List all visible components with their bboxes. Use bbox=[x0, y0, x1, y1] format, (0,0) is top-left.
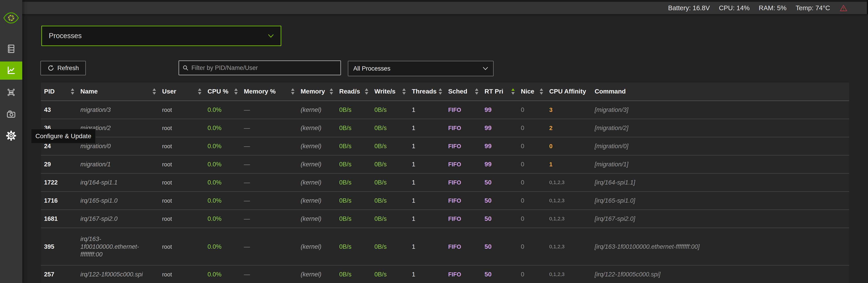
sidebar bbox=[0, 0, 22, 283]
column-header-command[interactable]: Command bbox=[591, 83, 849, 100]
table-row[interactable]: 1681irq/167-spi2.0root0.0%—(kernel)0B/s0… bbox=[41, 210, 849, 228]
column-label: PID bbox=[44, 88, 55, 95]
column-header-cpu[interactable]: CPU % bbox=[204, 83, 241, 100]
cell-mem_pct: — bbox=[241, 210, 298, 228]
cell-mem_pct: — bbox=[241, 101, 298, 119]
table-row[interactable]: 257irq/122-1f0005c000.spiroot0.0%—(kerne… bbox=[41, 265, 849, 283]
cell-threads: 1 bbox=[409, 137, 445, 155]
column-header-threads[interactable]: Threads bbox=[409, 83, 445, 100]
cell-sched: FIFO bbox=[445, 210, 481, 228]
cell-mem_pct: — bbox=[241, 119, 298, 137]
column-header-user[interactable]: User bbox=[159, 83, 204, 100]
column-label: CPU Affinity bbox=[549, 88, 586, 95]
cell-pid: 1716 bbox=[41, 192, 77, 210]
table-row[interactable]: 29migration/1root0.0%—(kernel)0B/s0B/s1F… bbox=[41, 155, 849, 174]
sidebar-item-metrics[interactable] bbox=[0, 62, 22, 80]
process-scope-dropdown[interactable]: All Processes bbox=[348, 61, 494, 76]
cell-command: [migration/0] bbox=[591, 137, 849, 155]
column-header-read[interactable]: Read/s bbox=[336, 83, 371, 100]
cell-cpu: 0.0% bbox=[204, 174, 241, 191]
cell-rtpri: 99 bbox=[481, 137, 518, 155]
cell-read: 0B/s bbox=[336, 119, 371, 137]
sort-icon bbox=[475, 88, 478, 95]
column-header-name[interactable]: Name bbox=[77, 83, 159, 100]
cell-memory: (kernel) bbox=[298, 228, 336, 265]
filter-field bbox=[179, 60, 341, 75]
cell-read: 0B/s bbox=[336, 101, 371, 119]
cell-sched: FIFO bbox=[445, 101, 481, 119]
column-header-sched[interactable]: Sched bbox=[445, 83, 481, 100]
cell-name: irq/122-1f0005c000.spi bbox=[77, 265, 159, 283]
view-selector-dropdown[interactable]: Processes bbox=[41, 26, 281, 46]
cell-user: root bbox=[159, 101, 204, 119]
column-header-memory[interactable]: Memory bbox=[298, 83, 336, 100]
column-header-nice[interactable]: Nice bbox=[518, 83, 546, 100]
cell-pid: 257 bbox=[41, 265, 77, 283]
cell-mem_pct: — bbox=[241, 137, 298, 155]
cell-sched: FIFO bbox=[445, 192, 481, 210]
cell-threads: 1 bbox=[409, 155, 445, 173]
table-row[interactable]: 36migration/2root0.0%—(kernel)0B/s0B/s1F… bbox=[41, 119, 849, 137]
column-header-pid[interactable]: PID bbox=[41, 83, 77, 100]
cell-rtpri: 99 bbox=[481, 119, 518, 137]
chevron-down-icon bbox=[483, 67, 488, 70]
view-selector-value: Processes bbox=[49, 32, 82, 40]
table-row[interactable]: 1716irq/165-spi1.0root0.0%—(kernel)0B/s0… bbox=[41, 192, 849, 210]
cell-affinity: 0,1,2,3 bbox=[546, 228, 591, 265]
cell-sched: FIFO bbox=[445, 228, 481, 265]
cell-rtpri: 50 bbox=[481, 174, 518, 191]
cell-memory: (kernel) bbox=[298, 174, 336, 191]
cell-sched: FIFO bbox=[445, 119, 481, 137]
cell-write: 0B/s bbox=[371, 101, 409, 119]
cell-read: 0B/s bbox=[336, 174, 371, 191]
table-row[interactable]: 395irq/163-1f00100000.ethernet-ffffffff:… bbox=[41, 228, 849, 265]
cell-nice: 0 bbox=[518, 155, 546, 173]
column-label: Nice bbox=[521, 88, 534, 95]
cell-nice: 0 bbox=[518, 101, 546, 119]
sort-icon bbox=[234, 88, 238, 95]
sort-icon bbox=[539, 88, 543, 95]
table-row[interactable]: 43migration/3root0.0%—(kernel)0B/s0B/s1F… bbox=[41, 101, 849, 119]
cell-user: root bbox=[159, 210, 204, 228]
cell-read: 0B/s bbox=[336, 228, 371, 265]
column-header-write[interactable]: Write/s bbox=[371, 83, 409, 100]
column-label: Read/s bbox=[339, 88, 360, 95]
cell-sched: FIFO bbox=[445, 174, 481, 191]
cell-name: migration/1 bbox=[77, 155, 159, 173]
table-row[interactable]: 24migration/0root0.0%—(kernel)0B/s0B/s1F… bbox=[41, 137, 849, 155]
sidebar-item-topology[interactable] bbox=[0, 83, 22, 101]
sidebar-item-settings[interactable] bbox=[0, 127, 22, 145]
cell-write: 0B/s bbox=[371, 174, 409, 191]
cell-cpu: 0.0% bbox=[204, 101, 241, 119]
cell-nice: 0 bbox=[518, 174, 546, 191]
cell-nice: 0 bbox=[518, 210, 546, 228]
cell-user: root bbox=[159, 192, 204, 210]
app-logo bbox=[0, 12, 22, 24]
cell-affinity: 3 bbox=[546, 101, 591, 119]
cell-read: 0B/s bbox=[336, 155, 371, 173]
cell-nice: 0 bbox=[518, 119, 546, 137]
cell-write: 0B/s bbox=[371, 192, 409, 210]
refresh-icon bbox=[48, 65, 54, 71]
sidebar-item-camera[interactable] bbox=[0, 105, 22, 123]
cell-sched: FIFO bbox=[445, 265, 481, 283]
filter-input[interactable] bbox=[191, 64, 337, 72]
topology-icon bbox=[6, 87, 16, 97]
cell-user: root bbox=[159, 174, 204, 191]
cell-rtpri: 50 bbox=[481, 228, 518, 265]
sidebar-item-panels[interactable] bbox=[0, 40, 22, 58]
column-header-rtpri[interactable]: RT Pri bbox=[481, 83, 518, 100]
table-header-row: PID Name User CPU % Memory % Memory Read… bbox=[41, 83, 849, 101]
cell-rtpri: 99 bbox=[481, 155, 518, 173]
cell-pid: 1722 bbox=[41, 174, 77, 191]
chevron-down-icon bbox=[268, 34, 274, 38]
cell-sched: FIFO bbox=[445, 155, 481, 173]
sort-icon bbox=[438, 88, 442, 95]
cell-read: 0B/s bbox=[336, 210, 371, 228]
table-row[interactable]: 1722irq/164-spi1.1root0.0%—(kernel)0B/s0… bbox=[41, 174, 849, 192]
column-header-affinity[interactable]: CPU Affinity bbox=[546, 83, 591, 100]
cell-write: 0B/s bbox=[371, 228, 409, 265]
cell-memory: (kernel) bbox=[298, 155, 336, 173]
refresh-button[interactable]: Refresh bbox=[40, 61, 86, 75]
column-header-mem_pct[interactable]: Memory % bbox=[241, 83, 298, 100]
